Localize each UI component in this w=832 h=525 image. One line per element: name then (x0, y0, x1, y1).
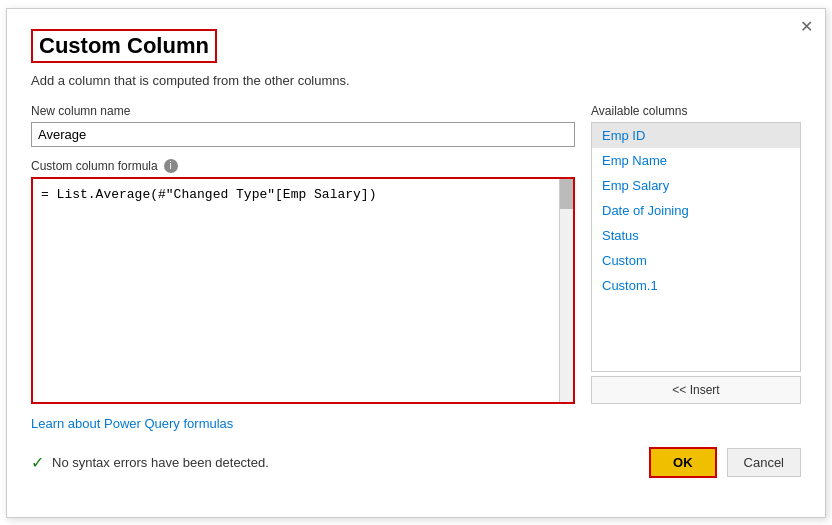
list-item[interactable]: Date of Joining (592, 198, 800, 223)
scrollbar-thumb (560, 179, 573, 209)
formula-wrapper (31, 177, 575, 404)
available-columns-label: Available columns (591, 104, 801, 118)
status-row: ✓ No syntax errors have been detected. (31, 453, 269, 472)
buttons-row: OK Cancel (649, 447, 801, 478)
formula-input[interactable] (33, 179, 559, 402)
right-panel: Available columns Emp ID Emp Name Emp Sa… (591, 104, 801, 404)
close-button[interactable]: ✕ (800, 17, 813, 36)
learn-link[interactable]: Learn about Power Query formulas (31, 416, 233, 431)
columns-list: Emp ID Emp Name Emp Salary Date of Joini… (591, 122, 801, 372)
info-icon[interactable]: i (164, 159, 178, 173)
bottom-bar: ✓ No syntax errors have been detected. O… (31, 447, 801, 478)
dialog-subtitle: Add a column that is computed from the o… (31, 73, 801, 88)
column-name-input[interactable] (31, 122, 575, 147)
check-icon: ✓ (31, 453, 44, 472)
left-panel: New column name Custom column formula i (31, 104, 575, 404)
list-item[interactable]: Status (592, 223, 800, 248)
dialog-title: Custom Column (31, 29, 217, 63)
formula-scrollbar[interactable] (559, 179, 573, 402)
list-item[interactable]: Emp Name (592, 148, 800, 173)
list-item[interactable]: Emp ID (592, 123, 800, 148)
main-area: New column name Custom column formula i … (31, 104, 801, 404)
column-name-label: New column name (31, 104, 575, 118)
status-text: No syntax errors have been detected. (52, 455, 269, 470)
formula-label: Custom column formula (31, 159, 158, 173)
cancel-button[interactable]: Cancel (727, 448, 801, 477)
insert-button[interactable]: << Insert (591, 376, 801, 404)
custom-column-dialog: ✕ Custom Column Add a column that is com… (6, 8, 826, 518)
formula-label-row: Custom column formula i (31, 159, 575, 173)
ok-button[interactable]: OK (649, 447, 717, 478)
list-item[interactable]: Custom (592, 248, 800, 273)
list-item[interactable]: Custom.1 (592, 273, 800, 298)
list-item[interactable]: Emp Salary (592, 173, 800, 198)
